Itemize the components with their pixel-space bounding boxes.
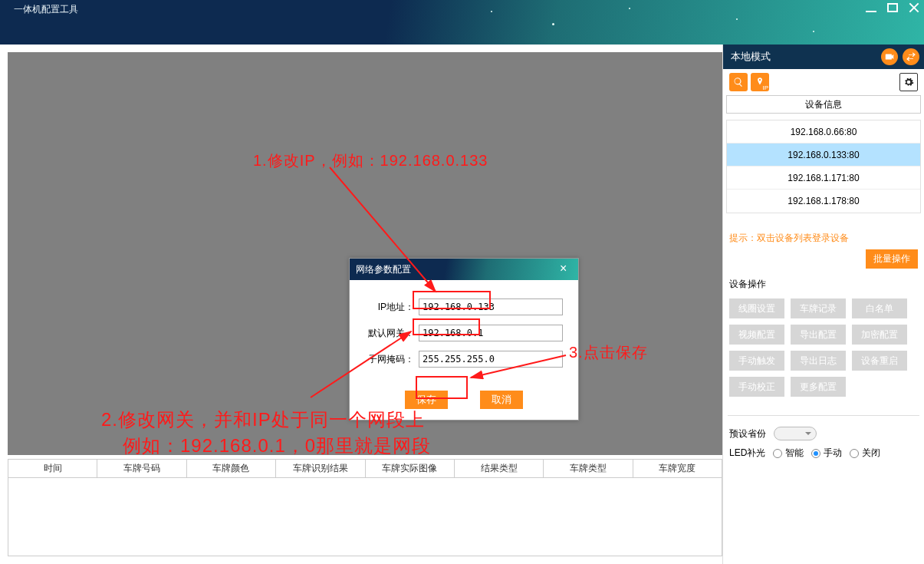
- col-width: 车牌宽度: [633, 460, 722, 477]
- right-panel: 本地模式 IP 设备信息 192.168.0.66:80 192.168.0.1…: [722, 45, 924, 564]
- op-reboot[interactable]: 设备重启: [852, 351, 907, 371]
- op-correct[interactable]: 手动校正: [729, 377, 784, 397]
- result-table: 时间 车牌号码 车牌颜色 车牌识别结果 车牌实际图像 结果类型 车牌类型 车牌宽…: [8, 459, 722, 556]
- dialog-title: 网络参数配置: [356, 263, 411, 276]
- preset-select[interactable]: [774, 427, 817, 440]
- close-button[interactable]: [907, 2, 921, 14]
- maximize-button[interactable]: [886, 2, 899, 14]
- device-row[interactable]: 192.168.1.171:80: [727, 167, 920, 190]
- swap-icon[interactable]: [903, 48, 919, 65]
- col-platetype: 车牌类型: [544, 460, 633, 477]
- star-deco: [552, 23, 554, 25]
- led-row: LED补光 智能 手动 关闭: [723, 444, 924, 463]
- dialog-titlebar: 网络参数配置 ×: [350, 259, 578, 280]
- network-config-dialog: 网络参数配置 × IP地址： 默认网关： 子网掩码： 保存 取: [349, 258, 579, 421]
- gateway-input[interactable]: [419, 325, 563, 341]
- titlebar: 一体机配置工具: [0, 0, 924, 45]
- col-color: 车牌颜色: [187, 460, 276, 477]
- device-row[interactable]: 192.168.0.66:80: [727, 120, 920, 143]
- mask-label: 子网掩码：: [365, 353, 414, 366]
- star-deco: [736, 18, 738, 20]
- ip-label: IP地址：: [365, 301, 414, 314]
- gateway-label: 默认网关：: [365, 327, 414, 340]
- led-label: LED补光: [729, 447, 765, 460]
- left-pane: 网络参数配置 × IP地址： 默认网关： 子网掩码： 保存 取: [0, 45, 722, 564]
- right-toolbar: IP: [723, 69, 924, 95]
- led-off-label: 关闭: [862, 447, 880, 460]
- preset-row: 预设省份: [723, 424, 924, 444]
- mode-label: 本地模式: [731, 50, 771, 64]
- col-time: 时间: [8, 460, 97, 477]
- led-smart-radio[interactable]: [773, 449, 782, 458]
- search-icon[interactable]: [729, 73, 748, 91]
- search-ip-icon[interactable]: IP: [751, 73, 769, 91]
- preset-label: 预设省份: [729, 427, 766, 440]
- op-trigger[interactable]: 手动触发: [729, 351, 784, 371]
- star-deco: [629, 8, 630, 9]
- col-result: 车牌识别结果: [276, 460, 365, 477]
- device-list-header: 设备信息: [726, 95, 921, 114]
- star-deco: [491, 11, 492, 12]
- led-smart-label: 智能: [785, 447, 804, 460]
- led-manual-label: 手动: [824, 447, 842, 460]
- col-resulttype: 结果类型: [455, 460, 544, 477]
- col-image: 车牌实际图像: [366, 460, 455, 477]
- separator: [728, 415, 919, 416]
- batch-button[interactable]: 批量操作: [866, 249, 918, 269]
- op-more[interactable]: 更多配置: [791, 377, 846, 397]
- mask-input[interactable]: [419, 351, 563, 368]
- minimize-button[interactable]: [864, 2, 878, 14]
- op-whitelist[interactable]: 白名单: [852, 298, 907, 318]
- op-export[interactable]: 导出配置: [791, 325, 846, 345]
- device-list: 192.168.0.66:80 192.168.0.133:80 192.168…: [726, 120, 921, 213]
- ip-input[interactable]: [419, 298, 563, 315]
- settings-icon[interactable]: [899, 73, 918, 91]
- right-panel-header: 本地模式: [723, 45, 924, 69]
- star-deco: [813, 31, 814, 32]
- device-row[interactable]: 192.168.0.133:80: [727, 143, 920, 167]
- op-plate[interactable]: 车牌记录: [791, 298, 846, 318]
- camera-icon[interactable]: [881, 48, 898, 65]
- op-coil[interactable]: 线圈设置: [729, 298, 784, 318]
- save-button[interactable]: 保存: [405, 391, 448, 409]
- led-manual-radio[interactable]: [811, 449, 820, 458]
- op-video[interactable]: 视频配置: [729, 325, 784, 345]
- table-header: 时间 车牌号码 车牌颜色 车牌识别结果 车牌实际图像 结果类型 车牌类型 车牌宽…: [8, 460, 722, 478]
- op-encrypt[interactable]: 加密配置: [852, 325, 907, 345]
- cancel-button[interactable]: 取消: [480, 391, 523, 409]
- op-log[interactable]: 导出日志: [791, 351, 846, 371]
- app-title: 一体机配置工具: [14, 3, 78, 16]
- col-plate: 车牌号码: [97, 460, 186, 477]
- device-row[interactable]: 192.168.1.178:80: [727, 190, 920, 213]
- ops-label: 设备操作: [723, 275, 924, 294]
- ops-grid: 线圈设置 车牌记录 白名单 视频配置 导出配置 加密配置 手动触发 导出日志 设…: [723, 294, 924, 401]
- led-off-radio[interactable]: [850, 449, 859, 458]
- hint-text: 提示：双击设备列表登录设备: [723, 213, 924, 249]
- close-icon[interactable]: ×: [560, 262, 574, 275]
